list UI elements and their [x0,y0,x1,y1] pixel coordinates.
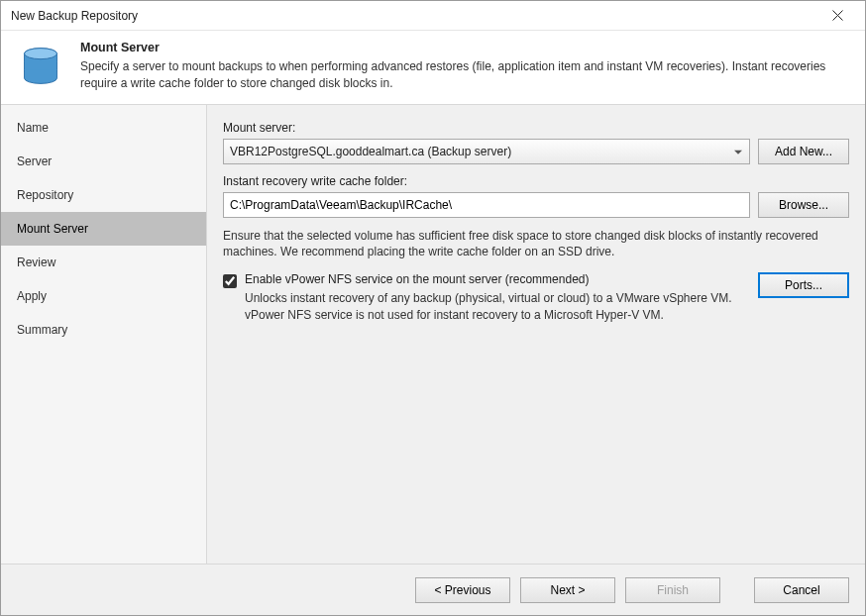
sidebar-item-review[interactable]: Review [1,246,206,279]
close-icon [832,10,843,21]
browse-button[interactable]: Browse... [758,192,849,218]
header-text: Mount Server Specify a server to mount b… [80,41,851,92]
vpower-label: Enable vPower NFS service on the mount s… [245,272,738,286]
vpower-body: Enable vPower NFS service on the mount s… [245,272,738,324]
cache-folder-input[interactable] [223,192,750,218]
sidebar-item-summary[interactable]: Summary [1,313,206,347]
vpower-description: Unlocks instant recovery of any backup (… [245,290,738,324]
window-title: New Backup Repository [11,9,817,23]
header-icon-wrap [15,41,66,92]
svg-point-3 [25,49,57,59]
dialog-window: New Backup Repository [0,0,866,616]
titlebar: New Backup Repository [1,1,865,31]
wizard-body: Name Server Repository Mount Server Revi… [1,105,865,564]
vpower-checkbox[interactable] [223,274,237,288]
previous-button[interactable]: < Previous [415,577,510,603]
sidebar-item-server[interactable]: Server [1,145,206,178]
ports-button[interactable]: Ports... [758,272,849,298]
mount-server-label: Mount server: [223,121,849,135]
header-description: Specify a server to mount backups to whe… [80,58,851,92]
sidebar-item-repository[interactable]: Repository [1,178,206,212]
cache-folder-hint: Ensure that the selected volume has suff… [223,228,849,261]
mount-server-dropdown[interactable]: VBR12PostgreSQL.gooddealmart.ca (Backup … [223,139,750,164]
wizard-header: Mount Server Specify a server to mount b… [1,31,865,105]
main-panel: Mount server: VBR12PostgreSQL.gooddealma… [207,105,865,564]
finish-button[interactable]: Finish [625,577,720,603]
next-button[interactable]: Next > [520,577,615,603]
cancel-button[interactable]: Cancel [754,577,849,603]
wizard-steps: Name Server Repository Mount Server Revi… [1,105,207,564]
close-button[interactable] [817,2,857,30]
wizard-footer: < Previous Next > Finish Cancel [1,564,865,615]
header-title: Mount Server [80,41,851,54]
sidebar-item-apply[interactable]: Apply [1,279,206,313]
cache-folder-label: Instant recovery write cache folder: [223,174,849,188]
database-icon [19,45,62,88]
mount-server-value: VBR12PostgreSQL.gooddealmart.ca (Backup … [223,139,750,164]
sidebar-item-name[interactable]: Name [1,111,206,145]
sidebar-item-mount-server[interactable]: Mount Server [1,212,206,246]
add-new-button[interactable]: Add New... [758,139,849,164]
